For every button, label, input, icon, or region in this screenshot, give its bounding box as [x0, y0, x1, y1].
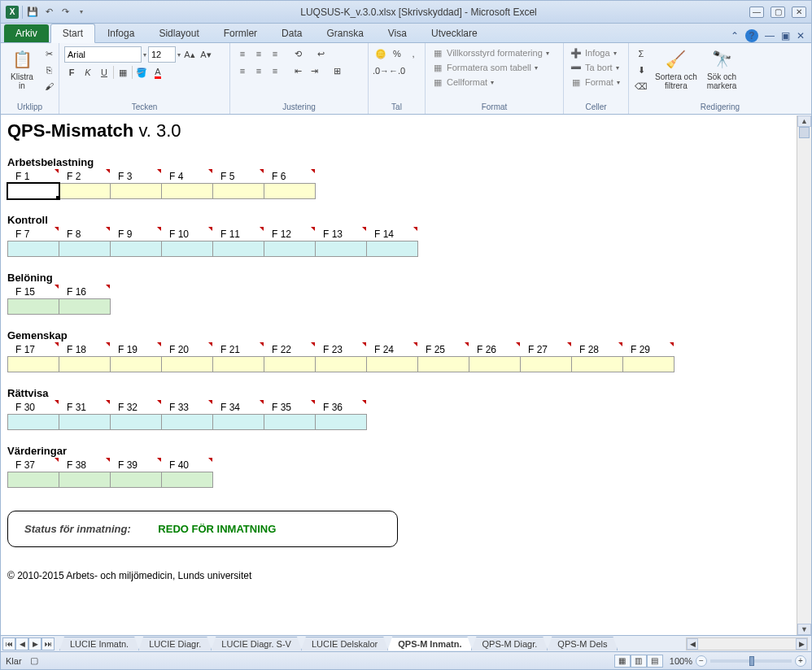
help-icon[interactable]: ? [745, 29, 758, 42]
align-middle-icon[interactable]: ≡ [251, 46, 266, 61]
input-cell[interactable] [622, 356, 674, 372]
tab-start[interactable]: Start [50, 24, 95, 43]
input-cell[interactable] [59, 183, 111, 199]
window-restore-icon[interactable]: ▣ [781, 30, 790, 41]
undo-icon[interactable]: ↶ [42, 6, 55, 19]
input-cell[interactable] [7, 414, 59, 430]
input-cell[interactable] [161, 241, 213, 257]
sheet-tab[interactable]: LUCIE Diagr. [138, 637, 212, 650]
qat-dropdown-icon[interactable]: ▾ [75, 6, 88, 19]
input-cell[interactable] [59, 472, 111, 488]
font-color-icon[interactable]: A [151, 65, 165, 80]
italic-icon[interactable]: K [81, 65, 95, 80]
underline-icon[interactable]: U [97, 65, 111, 80]
minimize-ribbon-icon[interactable]: ⌃ [731, 30, 739, 41]
decrease-font-icon[interactable]: A▾ [199, 47, 213, 62]
next-sheet-icon[interactable]: ▶ [28, 637, 41, 650]
first-sheet-icon[interactable]: ⏮ [2, 637, 15, 650]
input-cell[interactable] [110, 356, 162, 372]
input-cell[interactable] [7, 472, 59, 488]
scroll-left-icon[interactable]: ◀ [687, 638, 698, 650]
delete-cells-button[interactable]: ➖Ta bort▾ [569, 61, 621, 74]
input-cell[interactable] [264, 241, 316, 257]
input-cell[interactable] [212, 356, 264, 372]
currency-icon[interactable]: 🪙 [373, 46, 388, 61]
cell-styles-button[interactable]: ▦Cellformat▾ [430, 76, 495, 89]
zoom-slider[interactable] [710, 659, 792, 663]
macro-record-icon[interactable]: ▢ [30, 655, 38, 666]
input-cell[interactable] [212, 414, 264, 430]
input-cell[interactable] [161, 356, 213, 372]
input-cell[interactable] [161, 472, 213, 488]
align-right-icon[interactable]: ≡ [268, 63, 282, 78]
input-cell[interactable] [110, 414, 162, 430]
input-cell[interactable] [469, 356, 521, 372]
input-cell[interactable] [366, 241, 418, 257]
close-button[interactable]: ✕ [792, 7, 806, 18]
input-cell[interactable] [7, 298, 59, 315]
decrease-decimal-icon[interactable]: ←.0 [390, 63, 404, 78]
align-center-icon[interactable]: ≡ [251, 63, 266, 78]
merge-icon[interactable]: ⊞ [330, 63, 344, 78]
align-bottom-icon[interactable]: ≡ [268, 46, 282, 61]
font-name-select[interactable] [64, 46, 142, 63]
sheet-body[interactable]: QPS-Mismatch v. 3.0 ArbetsbelastningF 1F… [1, 115, 795, 635]
input-cell[interactable] [315, 414, 367, 430]
horizontal-scrollbar[interactable]: ◀ ▶ [686, 637, 808, 650]
tab-formler[interactable]: Formler [212, 24, 269, 42]
border-icon[interactable]: ▦ [116, 65, 130, 80]
fill-color-icon[interactable]: 🪣 [134, 65, 149, 80]
sheet-tab[interactable]: QPS-M Diagr. [471, 637, 548, 650]
input-cell[interactable] [7, 356, 59, 372]
zoom-in-button[interactable]: + [795, 655, 806, 667]
insert-cells-button[interactable]: ➕Infoga▾ [569, 46, 618, 59]
sheet-tab[interactable]: LUCIE Delskalor [301, 637, 388, 650]
fill-icon[interactable]: ⬇ [634, 63, 648, 77]
font-size-select[interactable] [148, 46, 176, 63]
input-cell[interactable] [315, 356, 367, 372]
sheet-tab[interactable]: LUCIE Diagr. S-V [211, 637, 302, 650]
input-cell[interactable] [417, 356, 469, 372]
copy-icon[interactable]: ⎘ [41, 63, 56, 77]
input-cell[interactable] [264, 356, 316, 372]
scroll-up-icon[interactable]: ▲ [797, 115, 811, 127]
tab-sidlayout[interactable]: Sidlayout [146, 24, 211, 42]
percent-icon[interactable]: % [390, 46, 404, 61]
paste-button[interactable]: 📋 Klistra in [6, 46, 38, 92]
input-cell[interactable] [315, 241, 367, 257]
input-cell[interactable] [7, 241, 59, 257]
format-cells-button[interactable]: ▦Format▾ [569, 76, 622, 89]
scroll-right-icon[interactable]: ▶ [796, 638, 807, 650]
format-painter-icon[interactable]: 🖌 [41, 79, 56, 94]
increase-font-icon[interactable]: A▴ [182, 47, 197, 62]
input-cell[interactable] [110, 183, 162, 199]
input-cell[interactable] [59, 356, 111, 372]
cut-icon[interactable]: ✂ [41, 46, 56, 61]
decrease-indent-icon[interactable]: ⇤ [290, 63, 305, 78]
window-min-icon[interactable]: — [765, 30, 775, 41]
find-select-button[interactable]: 🔭 Sök och markera [704, 46, 740, 92]
comma-icon[interactable]: , [406, 46, 421, 61]
prev-sheet-icon[interactable]: ◀ [15, 637, 28, 650]
autosum-icon[interactable]: Σ [634, 46, 648, 61]
minimize-button[interactable]: — [749, 7, 764, 18]
tab-data[interactable]: Data [269, 24, 314, 42]
input-cell[interactable] [161, 414, 213, 430]
zoom-out-button[interactable]: − [696, 655, 707, 667]
window-close-icon[interactable]: ✕ [797, 30, 805, 41]
input-cell[interactable] [59, 414, 111, 430]
increase-indent-icon[interactable]: ⇥ [307, 63, 321, 78]
input-cell[interactable] [59, 241, 111, 257]
redo-icon[interactable]: ↷ [59, 6, 72, 19]
align-left-icon[interactable]: ≡ [235, 63, 250, 78]
sort-filter-button[interactable]: 🧹 Sortera och filtrera [652, 46, 701, 92]
input-cell[interactable] [7, 183, 59, 199]
input-cell[interactable] [110, 472, 162, 488]
vertical-scrollbar[interactable]: ▲ ▼ [797, 115, 811, 635]
tab-granska[interactable]: Granska [314, 24, 375, 42]
input-cell[interactable] [161, 183, 213, 199]
wrap-text-icon[interactable]: ↩ [313, 46, 328, 61]
sheet-tab[interactable]: LUCIE Inmatn. [59, 637, 139, 650]
normal-view-icon[interactable]: ▦ [614, 655, 631, 668]
zoom-percent[interactable]: 100% [670, 656, 692, 666]
